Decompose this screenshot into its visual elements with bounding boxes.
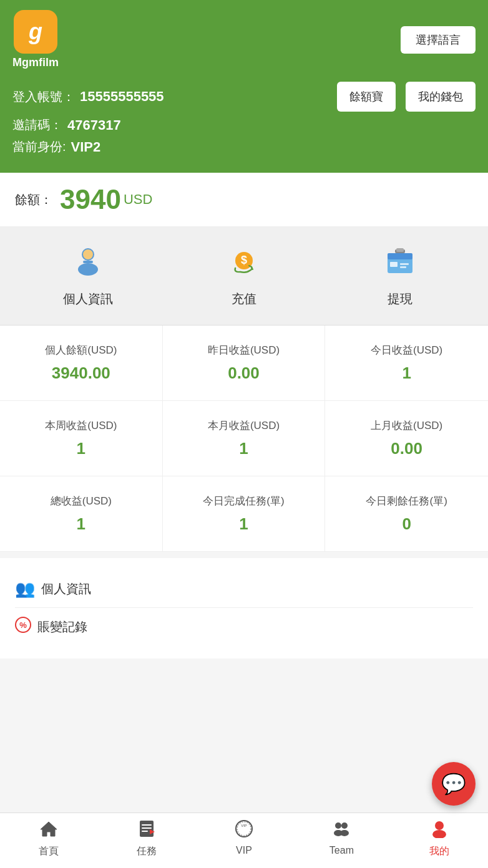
stat-name-last-month-income: 上月收益(USD) xyxy=(333,418,481,433)
svg-rect-20 xyxy=(142,827,152,829)
svg-point-2 xyxy=(83,249,93,259)
svg-rect-11 xyxy=(400,263,409,265)
svg-point-27 xyxy=(341,822,348,829)
vip-icon: VIP xyxy=(235,819,253,842)
account-label: 登入帳號： xyxy=(12,89,75,105)
balance-treasure-button[interactable]: 餘額寶 xyxy=(337,82,396,112)
stat-name-today-tasks-done: 今日完成任務(單) xyxy=(170,494,318,508)
balance-unit: USD xyxy=(124,191,152,208)
stat-cell-today-tasks-done: 今日完成任務(單) 1 xyxy=(163,476,326,552)
language-button[interactable]: 選擇語言 xyxy=(401,26,476,54)
balance-amount: 3940 xyxy=(60,184,121,215)
svg-point-31 xyxy=(432,830,446,838)
nav-home-label: 首頁 xyxy=(39,845,59,858)
stat-value-total-income: 1 xyxy=(7,514,155,534)
withdraw-icon-item[interactable]: 提現 xyxy=(322,244,478,307)
balance-bar: 餘額： 3940 USD xyxy=(0,173,488,227)
recharge-icon: $ xyxy=(228,244,260,284)
personal-info-row[interactable]: 👥 個人資訊 xyxy=(15,571,473,608)
svg-rect-12 xyxy=(400,266,406,268)
svg-rect-10 xyxy=(390,262,398,267)
stat-value-weekly-income: 1 xyxy=(7,439,155,458)
balance-label: 餘額： xyxy=(15,191,52,208)
nav-team-label: Team xyxy=(329,845,354,856)
svg-point-1 xyxy=(78,263,98,276)
stat-cell-personal-balance: 個人餘額(USD) 3940.00 xyxy=(0,326,163,401)
stat-value-personal-balance: 3940.00 xyxy=(7,364,155,383)
stat-name-monthly-income: 本月收益(USD) xyxy=(170,418,318,433)
nav-home[interactable]: 首頁 xyxy=(0,819,97,858)
nav-team[interactable]: Team xyxy=(293,819,390,858)
logo-g-icon: g xyxy=(29,19,42,45)
stat-name-total-income: 總收益(USD) xyxy=(7,494,155,508)
logo-label: Mgmfilm xyxy=(12,56,59,69)
billing-records-row[interactable]: % 賬變記錄 xyxy=(15,608,473,646)
stat-cell-last-month-income: 上月收益(USD) 0.00 xyxy=(325,401,488,476)
team-icon xyxy=(332,819,351,842)
account-section: 登入帳號： 15555555555 餘額寶 我的錢包 邀請碼： 4767317 … xyxy=(12,82,476,155)
mine-icon xyxy=(430,819,449,842)
stat-cell-today-tasks-remaining: 今日剩餘任務(單) 0 xyxy=(325,476,488,552)
chat-fab-button[interactable]: 💬 xyxy=(432,762,476,806)
stat-value-today-tasks-done: 1 xyxy=(170,514,318,534)
stat-name-personal-balance: 個人餘額(USD) xyxy=(7,343,155,357)
svg-rect-19 xyxy=(142,824,152,826)
chat-icon: 💬 xyxy=(441,772,466,796)
stats-grid: 個人餘額(USD) 3940.00 昨日收益(USD) 0.00 今日收益(US… xyxy=(0,326,488,552)
svg-text:VIP: VIP xyxy=(241,824,247,827)
logo-box: g xyxy=(14,10,57,54)
stat-cell-total-income: 總收益(USD) 1 xyxy=(0,476,163,552)
svg-point-23 xyxy=(236,821,252,837)
recharge-icon-item[interactable]: $ 充值 xyxy=(166,244,322,307)
header: g Mgmfilm 選擇語言 登入帳號： 15555555555 餘額寶 我的錢… xyxy=(0,0,488,173)
billing-icon: % xyxy=(15,617,31,637)
nav-tasks[interactable]: 任務 xyxy=(97,819,195,858)
stat-name-weekly-income: 本周收益(USD) xyxy=(7,418,155,433)
svg-point-29 xyxy=(340,830,349,836)
personal-info-icon: 👥 xyxy=(15,579,35,599)
wallet-button[interactable]: 我的錢包 xyxy=(406,82,476,112)
nav-tasks-label: 任務 xyxy=(137,845,157,858)
stat-cell-monthly-income: 本月收益(USD) 1 xyxy=(163,401,326,476)
withdraw-icon xyxy=(384,244,416,284)
stat-name-yesterday-income: 昨日收益(USD) xyxy=(170,343,318,357)
invite-row: 邀請碼： 4767317 xyxy=(12,117,476,133)
vip-label: 當前身份: xyxy=(12,138,66,155)
stat-cell-today-income: 今日收益(USD) 1 xyxy=(325,326,488,401)
nav-mine-label: 我的 xyxy=(429,845,449,858)
billing-text: 賬變記錄 xyxy=(37,619,87,635)
invite-value: 4767317 xyxy=(67,117,121,133)
home-icon xyxy=(39,819,58,842)
nav-mine[interactable]: 我的 xyxy=(391,819,488,858)
account-value: 15555555555 xyxy=(80,89,164,105)
logo-area: g Mgmfilm xyxy=(12,10,59,69)
svg-rect-14 xyxy=(396,248,404,252)
svg-rect-9 xyxy=(388,253,412,259)
stat-value-last-month-income: 0.00 xyxy=(333,439,481,458)
svg-point-30 xyxy=(435,821,444,830)
withdraw-label: 提現 xyxy=(388,291,412,307)
nav-vip[interactable]: VIP VIP xyxy=(195,819,293,858)
person-icon xyxy=(72,244,104,284)
stat-name-today-tasks-remaining: 今日剩餘任務(單) xyxy=(333,494,481,508)
stat-value-today-income: 1 xyxy=(333,364,481,383)
icon-menu: 個人資訊 $ 充值 提現 xyxy=(0,227,488,326)
svg-rect-3 xyxy=(83,261,93,263)
stat-value-yesterday-income: 0.00 xyxy=(170,364,318,383)
stat-name-today-income: 今日收益(USD) xyxy=(333,343,481,357)
nav-vip-label: VIP xyxy=(236,845,252,856)
stat-value-monthly-income: 1 xyxy=(170,439,318,458)
info-section: 👥 個人資訊 % 賬變記錄 xyxy=(0,558,488,658)
personal-info-text: 個人資訊 xyxy=(41,581,91,597)
recharge-label: 充值 xyxy=(232,291,256,307)
vip-value: VIP2 xyxy=(71,139,101,155)
stat-cell-weekly-income: 本周收益(USD) 1 xyxy=(0,401,163,476)
svg-point-26 xyxy=(335,822,341,829)
personal-info-icon-item[interactable]: 個人資訊 xyxy=(10,244,166,307)
svg-text:%: % xyxy=(19,620,27,630)
bottom-nav: 首頁 任務 VIP VIP xyxy=(0,813,488,868)
invite-label: 邀請碼： xyxy=(12,117,62,133)
tasks-icon xyxy=(137,819,156,842)
svg-marker-17 xyxy=(41,822,57,836)
header-top: g Mgmfilm 選擇語言 xyxy=(12,10,476,69)
